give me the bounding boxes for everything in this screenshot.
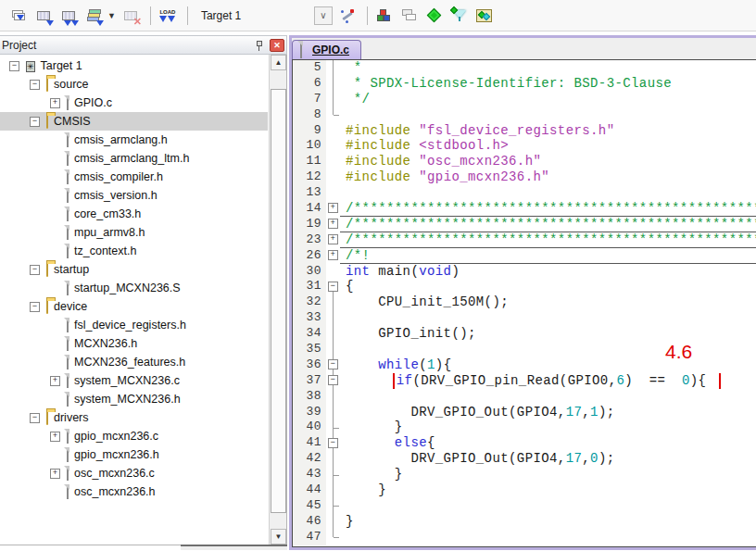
tree-item[interactable]: system_MCXN236.h (0, 390, 268, 408)
tree-item[interactable]: cmsis_compiler.h (0, 168, 268, 186)
code-line[interactable]: 5 * (293, 60, 756, 76)
code-line[interactable]: 41− else{ (293, 435, 756, 451)
line-number: 39 (293, 405, 326, 420)
fold-marker[interactable]: + (326, 201, 340, 217)
code-line[interactable]: 12#include "gpio_mcxn236.h" (293, 169, 756, 185)
expander-icon[interactable]: + (50, 432, 60, 442)
tree-item-label: drivers (54, 411, 89, 424)
target-select-combobox[interactable]: Target 1 (194, 6, 314, 26)
fold-marker[interactable]: − (326, 279, 340, 294)
fold-marker[interactable]: + (326, 217, 340, 232)
scroll-down-button[interactable]: ▼ (271, 529, 286, 545)
tree-item[interactable]: −CMSIS (0, 112, 268, 131)
expander-icon[interactable]: − (30, 302, 40, 312)
select-software-packs-button[interactable] (448, 5, 471, 27)
tree-item[interactable]: −✳Target 1 (0, 56, 268, 75)
tab-label: GPIO.c (312, 44, 349, 56)
code-line[interactable]: 31−{ (293, 279, 756, 294)
code-line[interactable]: 44 } (293, 482, 756, 498)
code-line[interactable]: 6 * SPDX-License-Identifier: BSD-3-Claus… (293, 76, 756, 92)
code-line[interactable]: 45 (293, 498, 756, 514)
tree-item[interactable]: cmsis_armclang_ltm.h (0, 149, 268, 168)
code-line[interactable]: 43 } (293, 467, 756, 482)
code-line[interactable]: 14+/************************************… (293, 201, 756, 217)
batch-build-dropdown-caret[interactable]: ▼ (107, 11, 116, 20)
code-line[interactable]: 30int main(void) (293, 264, 756, 280)
tree-item[interactable]: MCXN236.h (0, 334, 268, 353)
tree-item[interactable]: −drivers (0, 408, 268, 427)
code-line[interactable]: 33 (293, 310, 756, 326)
download-to-flash-button[interactable]: LOAD (157, 5, 179, 27)
code-line[interactable]: 47 (293, 530, 756, 545)
tree-item[interactable]: cmsis_armclang.h (0, 131, 268, 149)
tree-item[interactable]: tz_context.h (0, 242, 268, 260)
expander-icon[interactable]: − (30, 413, 40, 423)
line-number: 12 (293, 169, 326, 185)
tree-item[interactable]: fsl_device_registers.h (0, 316, 268, 334)
fold-marker[interactable]: − (326, 357, 340, 373)
code-line[interactable]: 42 DRV_GPIO_Out(GPIO4,17,0); (293, 451, 756, 467)
target-select-dropdown[interactable]: ∨ (314, 6, 333, 25)
code-line[interactable]: 40 } (293, 420, 756, 435)
expander-icon[interactable]: − (30, 265, 40, 275)
stop-build-button[interactable]: ✕ (120, 5, 142, 27)
tree-item[interactable]: mpu_armv8.h (0, 223, 268, 242)
tab-gpio-c[interactable]: GPIO.c (292, 40, 361, 59)
code-line[interactable]: 32 CPU_init_150M(); (293, 294, 756, 310)
code-line[interactable]: 37− if(DRV_GPIO_pin_Read(GPIO0,6) == 0){ (293, 373, 756, 389)
code-line[interactable]: 38 (293, 389, 756, 405)
rebuild-all-button[interactable] (57, 5, 80, 27)
build-button[interactable] (32, 5, 55, 27)
tree-item-label: osc_mcxn236.h (74, 485, 156, 498)
tree-item[interactable]: startup_MCXN236.S (0, 279, 268, 297)
code-editor[interactable]: 5 *6 * SPDX-License-Identifier: BSD-3-Cl… (292, 59, 756, 547)
window-layout-button[interactable] (398, 5, 421, 27)
tree-item[interactable]: cmsis_version.h (0, 186, 268, 205)
pack-installer-button[interactable] (473, 5, 496, 27)
scroll-up-button[interactable]: ▲ (271, 55, 286, 70)
tree-item[interactable]: +GPIO.c (0, 94, 268, 112)
code-line[interactable]: 8 (293, 107, 756, 123)
fold-marker[interactable]: − (326, 435, 340, 451)
batch-build-button[interactable] (82, 5, 105, 27)
fold-marker[interactable]: − (326, 373, 340, 389)
code-line[interactable]: 7 */ (293, 92, 756, 107)
fold-marker[interactable]: + (326, 248, 340, 264)
tree-scrollbar[interactable]: ▲ ▼ (269, 55, 286, 545)
code-line[interactable]: 13 (293, 185, 756, 201)
manage-run-time-environment-button[interactable] (423, 5, 446, 27)
expander-icon[interactable]: + (50, 469, 60, 479)
pin-icon[interactable] (253, 39, 266, 52)
translate-file-button[interactable] (7, 5, 30, 27)
tree-item[interactable]: −source (0, 75, 268, 94)
expander-icon[interactable]: + (50, 98, 60, 108)
code-line[interactable]: 46} (293, 514, 756, 530)
code-line[interactable]: 9#include "fsl_device_registers.h" (293, 123, 756, 139)
tree-item[interactable]: +osc_mcxn236.c (0, 464, 268, 482)
code-line[interactable]: 19+/************************************… (293, 217, 756, 232)
code-line[interactable]: 23+/************************************… (293, 232, 756, 248)
code-line[interactable]: 10#include <stdbool.h> (293, 138, 756, 154)
tree-item[interactable]: osc_mcxn236.h (0, 482, 268, 501)
code-line[interactable]: 26+/*! (293, 248, 756, 264)
manage-project-items-button[interactable] (373, 5, 396, 27)
expander-icon[interactable]: − (30, 117, 40, 127)
tree-item[interactable]: +gpio_mcxn236.c (0, 427, 268, 445)
fold-marker[interactable]: + (326, 232, 340, 248)
tree-item[interactable]: gpio_mcxn236.h (0, 445, 268, 464)
tree-item[interactable]: core_cm33.h (0, 205, 268, 223)
scrollbar-thumb[interactable] (271, 89, 286, 513)
expander-icon[interactable]: + (50, 376, 60, 386)
tree-item[interactable]: +system_MCXN236.c (0, 371, 268, 390)
expander-icon[interactable]: − (30, 80, 40, 90)
code-line[interactable]: 11#include "osc_mcxn236.h" (293, 154, 756, 169)
tree-item[interactable]: −startup (0, 260, 268, 279)
expander-icon[interactable]: − (9, 61, 19, 71)
line-number: 5 (293, 60, 326, 76)
code-line[interactable]: 34 GPIO_init(); (293, 326, 756, 342)
tree-item[interactable]: MCXN236_features.h (0, 353, 268, 371)
configure-target-button[interactable] (336, 5, 359, 27)
tree-item[interactable]: −device (0, 297, 268, 316)
close-panel-button[interactable]: ✕ (270, 39, 284, 52)
code-line[interactable]: 39 DRV_GPIO_Out(GPIO4,17,1); (293, 405, 756, 420)
